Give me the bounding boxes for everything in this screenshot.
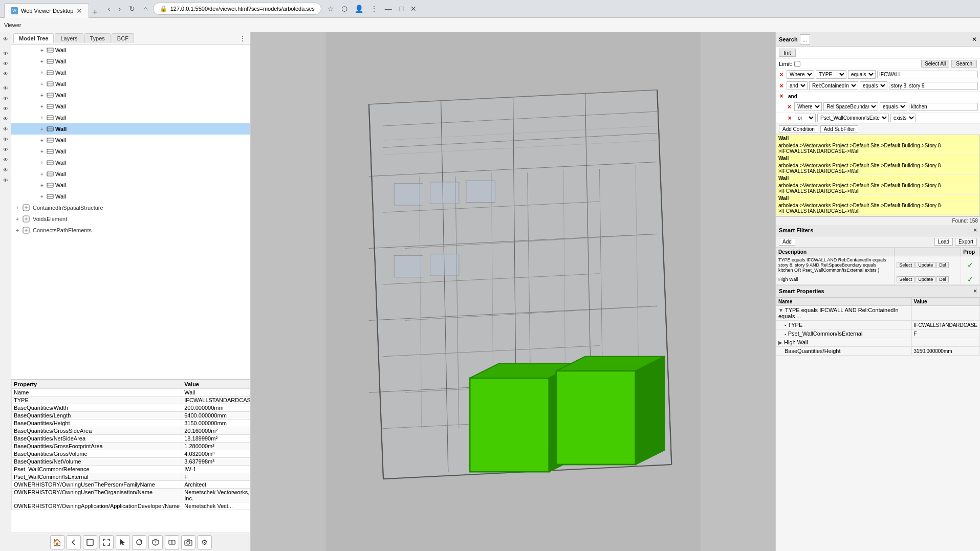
- expand-icon-10[interactable]: +: [38, 159, 46, 167]
- filter3-value-input[interactable]: [909, 103, 978, 111]
- tab-bcf[interactable]: BCF: [112, 33, 134, 43]
- search-result-item[interactable]: arboleda->Vectorworks Project->Default S…: [776, 182, 979, 195]
- filter1-operator-select[interactable]: equals: [848, 70, 876, 79]
- expand-icon-selected[interactable]: +: [38, 125, 46, 133]
- sp-expand-icon[interactable]: ▼: [778, 307, 783, 313]
- tree-item-10[interactable]: + Wall: [11, 157, 250, 168]
- property-row[interactable]: BaseQuantities/Length6400.000000mm: [12, 412, 251, 420]
- toolbar-box-btn[interactable]: [83, 535, 97, 549]
- expand-icon-5[interactable]: +: [38, 102, 46, 111]
- sf-action-button-update[interactable]: Update: [916, 276, 935, 282]
- select-all-button[interactable]: Select All: [921, 60, 949, 68]
- property-row[interactable]: BaseQuantities/Height3150.000000mm: [12, 420, 251, 427]
- toolbar-eye-12[interactable]: 👁: [1, 155, 10, 164]
- group-voids[interactable]: + VoidsElement: [11, 213, 250, 225]
- filter2-conjunction-select[interactable]: and or: [787, 81, 808, 90]
- sf-add-button[interactable]: Add: [779, 238, 795, 246]
- search-close-icon[interactable]: ✕: [972, 36, 977, 43]
- sf-action-button-select[interactable]: Select: [897, 262, 914, 268]
- property-row[interactable]: OWNERHISTORY/OwningUser/ThePerson/Family…: [12, 481, 251, 489]
- toolbar-eye-11[interactable]: 👁: [1, 145, 10, 154]
- filter4-remove[interactable]: ×: [786, 115, 793, 122]
- expand-icon-11[interactable]: +: [38, 170, 46, 178]
- tree-item-11[interactable]: + Wall: [11, 168, 250, 180]
- close-window-button[interactable]: ✕: [408, 3, 419, 15]
- filter3-remove[interactable]: ×: [786, 103, 793, 111]
- sf-export-button[interactable]: Export: [955, 238, 977, 246]
- tree-item-0[interactable]: + Wall: [11, 45, 250, 56]
- group-expand-2[interactable]: +: [13, 226, 21, 234]
- filter3-field-select[interactable]: Rel:SpaceBoundary: [823, 102, 878, 111]
- group-expand-0[interactable]: +: [13, 204, 21, 212]
- search-result-item[interactable]: Wall: [776, 155, 979, 162]
- init-button[interactable]: Init: [779, 49, 796, 57]
- expand-icon-9[interactable]: +: [38, 147, 46, 156]
- property-row[interactable]: BaseQuantities/GrossSideArea20.160000m²: [12, 427, 251, 435]
- search-result-item[interactable]: arboleda->Vectorworks Project->Default S…: [776, 202, 979, 215]
- and-remove[interactable]: ×: [778, 93, 785, 100]
- toolbar-section-btn[interactable]: [165, 535, 179, 549]
- toolbar-eye-10[interactable]: 👁: [1, 135, 10, 144]
- filter2-remove[interactable]: ×: [778, 82, 785, 90]
- property-row[interactable]: OWNERHISTORY/OwningApplication/Applicati…: [12, 502, 251, 510]
- toolbar-eye-8[interactable]: 👁: [1, 114, 10, 123]
- toolbar-back-btn[interactable]: [67, 535, 81, 549]
- toolbar-eye-9[interactable]: 👁: [1, 124, 10, 134]
- property-row[interactable]: BaseQuantities/GrossVolume4.032000m³: [12, 450, 251, 458]
- bookmarks-icon[interactable]: ☆: [325, 3, 336, 15]
- group-contained[interactable]: + ContainedInSpatialStructure: [11, 202, 250, 213]
- property-row[interactable]: BaseQuantities/GrossFootprintArea1.28000…: [12, 443, 251, 450]
- filter4-field-select[interactable]: Pset_WallCommon/IsExte: [817, 114, 889, 122]
- expand-icon-0[interactable]: +: [38, 46, 46, 54]
- expand-icon-1[interactable]: +: [38, 57, 46, 65]
- search-result-item[interactable]: arboleda->Vectorworks Project->Default S…: [776, 142, 979, 155]
- toolbar-cursor-btn[interactable]: [116, 535, 130, 549]
- filter1-type-select[interactable]: Where: [787, 70, 814, 79]
- filter4-operator-select[interactable]: exists: [890, 114, 916, 122]
- smart-props-close-icon[interactable]: ×: [973, 288, 977, 295]
- filter1-field-select[interactable]: TYPE: [816, 70, 846, 79]
- tree-item-9[interactable]: + Wall: [11, 146, 250, 157]
- toolbar-eye-1[interactable]: 👁: [1, 34, 10, 43]
- expand-icon-13[interactable]: +: [38, 192, 46, 201]
- profile-icon[interactable]: 👤: [353, 3, 365, 15]
- tree-item-2[interactable]: + Wall: [11, 67, 250, 78]
- property-row[interactable]: BaseQuantities/NetVolume3.637998m³: [12, 458, 251, 466]
- group-connects[interactable]: + ConnectsPathElements: [11, 225, 250, 236]
- sf-load-button[interactable]: Load: [934, 238, 953, 246]
- search-result-item[interactable]: Wall: [776, 175, 979, 182]
- toolbar-cube-btn[interactable]: [148, 535, 163, 549]
- expand-icon-2[interactable]: +: [38, 69, 46, 77]
- filter3-type-select[interactable]: Where: [794, 102, 822, 111]
- filter1-value-input[interactable]: [877, 71, 978, 78]
- address-bar[interactable]: 🔒 127.0.0.1:5500/dev/viewer.html?scs=mod…: [153, 3, 321, 15]
- tree-item-1[interactable]: + Wall: [11, 56, 250, 67]
- add-subfilter-button[interactable]: Add SubFilter: [820, 125, 859, 133]
- toolbar-eye-4[interactable]: 👁: [1, 69, 10, 78]
- new-tab-button[interactable]: +: [89, 7, 101, 18]
- filter2-operator-select[interactable]: equals: [860, 81, 887, 90]
- filter2-value-input[interactable]: [889, 82, 978, 90]
- smart-filters-close-icon[interactable]: ×: [973, 227, 977, 234]
- maximize-button[interactable]: □: [397, 3, 405, 15]
- back-button[interactable]: ‹: [105, 3, 114, 15]
- group-expand-1[interactable]: +: [13, 215, 21, 223]
- toolbar-eye-14[interactable]: 👁: [1, 175, 10, 185]
- property-row[interactable]: OWNERHISTORY/OwningUser/TheOrganisation/…: [12, 489, 251, 502]
- filter1-remove[interactable]: ×: [778, 71, 785, 78]
- tab-close-icon[interactable]: ✕: [76, 7, 82, 15]
- menu-icon[interactable]: ⋮: [368, 3, 380, 15]
- search-result-item[interactable]: arboleda->Vectorworks Project->Default S…: [776, 162, 979, 175]
- tree-item-6[interactable]: + Wall: [11, 112, 250, 123]
- toolbar-settings-btn[interactable]: ⚙: [198, 535, 212, 549]
- tab-model-tree[interactable]: Model Tree: [13, 33, 54, 43]
- property-row[interactable]: NameWall: [12, 389, 251, 396]
- extensions-icon[interactable]: ⬡: [339, 3, 350, 15]
- tree-item-12[interactable]: + Wall: [11, 180, 250, 191]
- sf-action-button-update[interactable]: Update: [916, 262, 935, 268]
- expand-icon-8[interactable]: +: [38, 136, 46, 144]
- sf-action-button-del[interactable]: Del: [937, 262, 949, 268]
- toolbar-fit-btn[interactable]: [99, 535, 114, 549]
- tab-layers[interactable]: Layers: [55, 33, 83, 43]
- search-result-item[interactable]: Wall: [776, 195, 979, 202]
